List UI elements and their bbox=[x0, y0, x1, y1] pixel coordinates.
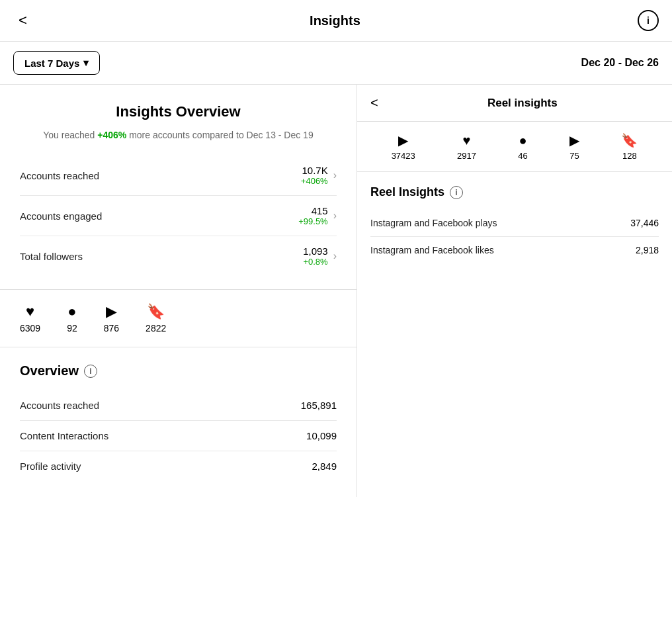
stat-main-value: 10.7K bbox=[301, 165, 328, 176]
main-layout: Insights Overview You reached +406% more… bbox=[0, 85, 672, 497]
share-icon: ▶ bbox=[569, 132, 579, 148]
reel-likes-count: 2917 bbox=[457, 151, 476, 161]
reel-back-button[interactable]: < bbox=[370, 95, 378, 111]
reel-stat-label: Instagram and Facebook plays bbox=[370, 218, 497, 228]
reel-saves-stat: 🔖 128 bbox=[621, 132, 638, 161]
reel-shares-stat: ▶ 75 bbox=[569, 132, 579, 161]
date-filter-button[interactable]: Last 7 Days ▾ bbox=[13, 51, 100, 75]
reel-insights-header: < Reel insights bbox=[357, 85, 672, 122]
overview-title: Overview i bbox=[20, 363, 337, 379]
comment-icon: ● bbox=[67, 303, 76, 320]
back-button[interactable]: < bbox=[13, 9, 32, 32]
stat-value: 10.7K +406% bbox=[301, 165, 328, 186]
right-panel: < Reel insights ▶ 37423 ♥ 2917 ● 46 ▶ 75… bbox=[357, 85, 672, 497]
stat-label: Total followers bbox=[20, 251, 83, 262]
reel-stat-value: 37,446 bbox=[630, 218, 659, 228]
insights-overview-subtitle: You reached +406% more accounts compared… bbox=[20, 128, 337, 142]
reel-saves-count: 128 bbox=[622, 151, 637, 161]
reel-plays-stat: ▶ 37423 bbox=[392, 132, 415, 161]
stats-list: Accounts reached 10.7K +406% › Accounts … bbox=[20, 156, 337, 276]
reel-stats-list: Instagram and Facebook plays 37,446 Inst… bbox=[370, 210, 659, 263]
overview-stat-row-profile-activity: Profile activity 2,849 bbox=[20, 451, 337, 481]
overview-stat-value: 10,099 bbox=[306, 430, 337, 441]
reel-stat-value: 2,918 bbox=[636, 245, 659, 255]
likes-stat: ♥ 6309 bbox=[20, 303, 40, 334]
chevron-right-icon: › bbox=[333, 250, 337, 262]
overview-stat-row-accounts-reached: Accounts reached 165,891 bbox=[20, 390, 337, 421]
date-filter-label: Last 7 Days bbox=[24, 58, 79, 69]
stat-value: 415 +99.5% bbox=[298, 205, 327, 226]
stat-label: Accounts engaged bbox=[20, 210, 102, 222]
comments-stat: ● 92 bbox=[67, 303, 77, 334]
reel-plays-count: 37423 bbox=[392, 151, 415, 161]
stat-value-block: 10.7K +406% › bbox=[301, 165, 337, 186]
stat-row-total-followers[interactable]: Total followers 1,093 +0.8% › bbox=[20, 236, 337, 276]
saves-count: 2822 bbox=[146, 323, 166, 334]
stat-change-value: +0.8% bbox=[303, 257, 328, 267]
left-panel: Insights Overview You reached +406% more… bbox=[0, 85, 357, 497]
stat-change-value: +406% bbox=[301, 176, 328, 186]
stat-main-value: 415 bbox=[298, 205, 327, 216]
shares-count: 876 bbox=[104, 323, 119, 334]
chevron-down-icon: ▾ bbox=[83, 57, 89, 69]
overview-stat-row-content-interactions: Content Interactions 10,099 bbox=[20, 421, 337, 451]
reel-stat-row-likes: Instagram and Facebook likes 2,918 bbox=[370, 237, 659, 263]
heart-icon: ♥ bbox=[463, 133, 471, 148]
bookmark-icon: 🔖 bbox=[621, 132, 638, 148]
reel-likes-stat: ♥ 2917 bbox=[457, 133, 476, 161]
reel-icons-row: ▶ 37423 ♥ 2917 ● 46 ▶ 75 🔖 128 bbox=[357, 122, 672, 172]
date-range-label: Dec 20 - Dec 26 bbox=[581, 57, 659, 69]
reel-comments-stat: ● 46 bbox=[518, 133, 527, 161]
reel-insights-section-title: Reel Insights i bbox=[370, 185, 659, 199]
reel-insights-title-text: Reel Insights bbox=[370, 185, 444, 199]
reel-stat-row-plays: Instagram and Facebook plays 37,446 bbox=[370, 210, 659, 237]
stat-row-accounts-reached[interactable]: Accounts reached 10.7K +406% › bbox=[20, 156, 337, 196]
share-icon: ▶ bbox=[106, 303, 117, 320]
overview-title-text: Overview bbox=[20, 363, 79, 379]
heart-icon: ♥ bbox=[26, 303, 34, 320]
stat-value-block: 415 +99.5% › bbox=[298, 205, 337, 226]
comments-count: 92 bbox=[67, 323, 77, 334]
reel-shares-count: 75 bbox=[569, 151, 579, 161]
chevron-right-icon: › bbox=[333, 210, 337, 222]
date-bar: Last 7 Days ▾ Dec 20 - Dec 26 bbox=[0, 42, 672, 85]
app-header: < Insights i bbox=[0, 0, 672, 42]
reel-insights-info-icon[interactable]: i bbox=[450, 186, 463, 199]
page-title: Insights bbox=[32, 13, 638, 28]
stat-row-accounts-engaged[interactable]: Accounts engaged 415 +99.5% › bbox=[20, 196, 337, 236]
shares-stat: ▶ 876 bbox=[104, 303, 119, 334]
reel-comments-count: 46 bbox=[518, 151, 527, 161]
overview-info-icon[interactable]: i bbox=[84, 365, 97, 378]
insights-overview-title: Insights Overview bbox=[20, 103, 337, 120]
interaction-icons-row: ♥ 6309 ● 92 ▶ 876 🔖 2822 bbox=[0, 290, 357, 347]
reel-insights-title: Reel insights bbox=[386, 97, 659, 110]
stat-label: Accounts reached bbox=[20, 170, 99, 181]
saves-stat: 🔖 2822 bbox=[146, 303, 166, 334]
likes-count: 6309 bbox=[20, 323, 40, 334]
stat-main-value: 1,093 bbox=[303, 246, 328, 257]
stat-change-value: +99.5% bbox=[298, 216, 327, 226]
overview-stat-label: Content Interactions bbox=[20, 430, 108, 441]
overview-section: Overview i Accounts reached 165,891 Cont… bbox=[0, 347, 357, 497]
bookmark-icon: 🔖 bbox=[147, 303, 165, 320]
overview-stat-value: 2,849 bbox=[312, 461, 337, 472]
subtitle-post: more accounts compared to Dec 13 - Dec 1… bbox=[126, 130, 313, 140]
stat-value: 1,093 +0.8% bbox=[303, 246, 328, 267]
overview-stat-label: Profile activity bbox=[20, 461, 81, 472]
stat-value-block: 1,093 +0.8% › bbox=[303, 246, 337, 267]
overview-stat-value: 165,891 bbox=[301, 400, 337, 411]
subtitle-pre: You reached bbox=[43, 130, 97, 140]
chevron-right-icon: › bbox=[333, 169, 337, 181]
reel-insights-section: Reel Insights i Instagram and Facebook p… bbox=[357, 172, 672, 277]
subtitle-highlight: +406% bbox=[97, 130, 126, 140]
insights-overview-section: Insights Overview You reached +406% more… bbox=[0, 85, 357, 290]
overview-stats-list: Accounts reached 165,891 Content Interac… bbox=[20, 390, 337, 481]
play-icon: ▶ bbox=[398, 132, 408, 148]
reel-stat-label: Instagram and Facebook likes bbox=[370, 245, 494, 255]
overview-stat-label: Accounts reached bbox=[20, 400, 99, 411]
comment-icon: ● bbox=[519, 133, 526, 148]
info-button[interactable]: i bbox=[638, 10, 659, 31]
